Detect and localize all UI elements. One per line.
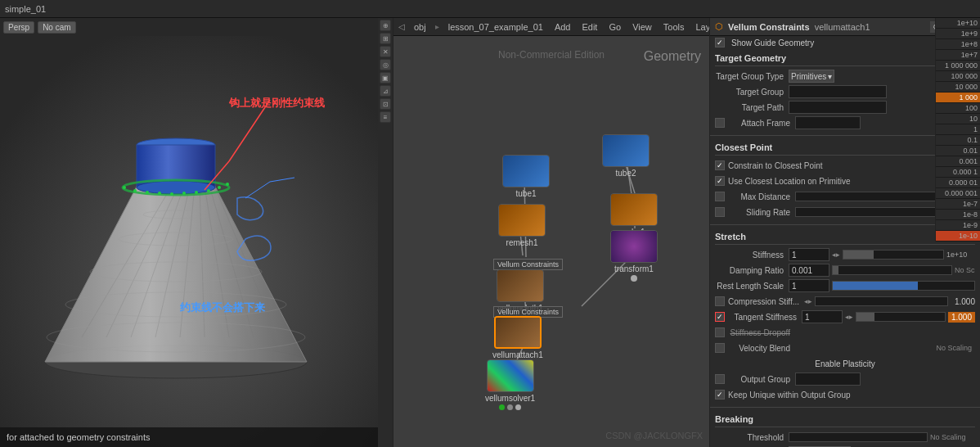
stiffness-dropoff-label: Stiffness Dropoff — [728, 328, 795, 337]
num-100[interactable]: 100 — [936, 103, 980, 114]
show-guide-checkbox[interactable] — [715, 38, 725, 47]
num-1e-8[interactable]: 1e-8 — [936, 210, 980, 220]
num-1e7[interactable]: 1e+7 — [936, 50, 980, 61]
tangent-stiffness-input[interactable] — [802, 310, 843, 323]
node-vellumattach1-label: vellumattach1 — [492, 350, 543, 359]
target-path-input[interactable] — [789, 101, 887, 114]
side-tool-5[interactable]: ▣ — [380, 72, 391, 84]
side-tool-1[interactable]: ⊕ — [380, 20, 391, 31]
camera-button[interactable]: No cam — [38, 21, 75, 34]
use-closest-checkbox[interactable] — [715, 176, 725, 186]
3d-viewport[interactable]: 钩上就是刚性约束线 约束线不会搭下来 — [0, 18, 393, 447]
rest-length-slider[interactable] — [832, 281, 975, 291]
node-tube2-box[interactable] — [602, 134, 650, 167]
attach-frame-checkbox[interactable] — [715, 118, 725, 128]
window-title: simple_01 — [5, 4, 46, 14]
side-tool-3[interactable]: ✕ — [380, 46, 391, 57]
output-group-input[interactable] — [795, 372, 861, 386]
sliding-rate-slider[interactable] — [795, 207, 952, 217]
ng-view-menu[interactable]: View — [630, 22, 654, 32]
ng-edit-menu[interactable]: Edit — [579, 22, 600, 32]
node-vellumsolver1-box[interactable] — [487, 359, 534, 392]
num-1[interactable]: 1 — [936, 124, 980, 135]
compression-stiff-checkbox[interactable] — [715, 296, 725, 306]
side-tool-8[interactable]: ≡ — [380, 111, 391, 123]
keep-unique-checkbox[interactable] — [715, 390, 725, 400]
sliding-rate-checkbox[interactable] — [715, 207, 725, 217]
node-tube1[interactable]: tube1 — [502, 155, 550, 198]
node-transform1[interactable]: transform1 — [610, 230, 658, 273]
velocity-blend-checkbox[interactable] — [715, 343, 725, 353]
num-1m[interactable]: 1 000 000 — [936, 61, 980, 71]
ng-add-menu[interactable]: Add — [552, 22, 573, 32]
ng-back-btn[interactable]: ◁ — [398, 22, 405, 31]
rest-length-fill — [833, 282, 918, 290]
damping-input[interactable] — [789, 264, 829, 277]
num-100k[interactable]: 100 000 — [936, 71, 980, 82]
num-01[interactable]: 0.1 — [936, 135, 980, 146]
num-0001[interactable]: 0.001 — [936, 156, 980, 167]
num-10k[interactable]: 10 000 — [936, 82, 980, 93]
max-distance-checkbox[interactable] — [715, 192, 725, 201]
output-group-checkbox[interactable] — [715, 374, 725, 384]
node-remesh1[interactable]: remesh1 — [498, 204, 546, 247]
rest-length-input[interactable] — [789, 279, 829, 292]
target-group-type-dropdown[interactable]: Primitives ▾ — [789, 70, 834, 83]
compression-stiff-row: Compression Stiff... ◂▸ 1.000 — [715, 294, 975, 309]
stiffness-dropoff-checkbox[interactable] — [715, 327, 725, 337]
num-1e-7[interactable]: 1e-7 — [936, 199, 980, 210]
stiffness-dropoff-row: Stiffness Dropoff — [715, 325, 975, 340]
num-001[interactable]: 0.01 — [936, 146, 980, 156]
side-tool-6[interactable]: ⊿ — [380, 85, 391, 97]
node-graph-panel[interactable]: ◁ obj ▸ lesson_07_example_01 Add Edit Go… — [393, 18, 710, 447]
node-tube2[interactable]: tube2 — [602, 134, 650, 178]
target-group-input[interactable] — [789, 85, 887, 98]
num-1e-10[interactable]: 1e-10 — [936, 231, 980, 242]
num-10[interactable]: 10 — [936, 114, 980, 124]
side-tool-7[interactable]: ⊡ — [380, 98, 391, 110]
ng-layout-menu[interactable]: Layout — [693, 22, 710, 32]
node-graph-canvas[interactable]: Non-Commercial Edition Geometry — [393, 36, 709, 447]
number-strip[interactable]: 1e+10 1e+9 1e+8 1e+7 1 000 000 100 000 1… — [935, 36, 980, 242]
stiffness-input[interactable] — [789, 248, 829, 261]
svg-point-26 — [182, 192, 186, 195]
perspective-button[interactable]: Persp — [3, 21, 34, 34]
svg-point-15 — [65, 292, 286, 317]
num-0000001[interactable]: 0.000 001 — [936, 188, 980, 199]
node-vellumattach1-box[interactable] — [494, 316, 542, 349]
ng-go-menu[interactable]: Go — [606, 22, 623, 32]
stiffness-row: Stiffness ◂▸ 1e+10 — [715, 247, 975, 262]
viewport-status-text: for attached to geometry constraints — [7, 432, 150, 442]
num-1k[interactable]: 1 000 — [936, 93, 980, 103]
compression-stiff-slider[interactable] — [815, 296, 948, 306]
tangent-stiffness-checkbox[interactable] — [715, 312, 725, 322]
node-vellumcloth1-box[interactable] — [497, 269, 544, 302]
ng-obj-tab[interactable]: obj — [411, 22, 429, 32]
threshold-slider[interactable] — [789, 432, 928, 442]
max-distance-slider[interactable] — [795, 192, 952, 201]
node-tube1-box[interactable] — [502, 155, 550, 187]
side-tool-2[interactable]: ⊞ — [380, 33, 391, 44]
num-1e8[interactable]: 1e+8 — [936, 39, 980, 50]
tangent-stiffness-slider[interactable] — [856, 312, 946, 322]
node-vellumsolver1[interactable]: vellumsolver1 — [485, 359, 535, 410]
node-transform1-box[interactable] — [610, 230, 658, 263]
ng-scene-tab[interactable]: lesson_07_example_01 — [446, 22, 546, 32]
num-00001[interactable]: 0.000 1 — [936, 167, 980, 178]
num-000001[interactable]: 0.000 01 — [936, 178, 980, 188]
num-1e-9[interactable]: 1e-9 — [936, 220, 980, 231]
side-tool-4[interactable]: ◎ — [380, 59, 391, 70]
node-color1-box[interactable] — [610, 193, 658, 226]
damping-slider[interactable] — [832, 265, 952, 275]
stiffness-slider[interactable] — [843, 250, 944, 260]
attach-frame-input[interactable] — [795, 116, 861, 129]
ng-tools-menu[interactable]: Tools — [661, 22, 687, 32]
svg-line-10 — [209, 186, 254, 337]
node-vellumsolver1-label: vellumsolver1 — [485, 394, 535, 403]
dot-green — [499, 404, 505, 410]
sep3 — [710, 407, 980, 408]
node-remesh1-box[interactable] — [498, 204, 546, 237]
node-tube2-thumb — [603, 135, 649, 166]
node-graph-toolbar: ◁ obj ▸ lesson_07_example_01 Add Edit Go… — [393, 18, 709, 36]
constrain-closest-checkbox[interactable] — [715, 160, 725, 170]
